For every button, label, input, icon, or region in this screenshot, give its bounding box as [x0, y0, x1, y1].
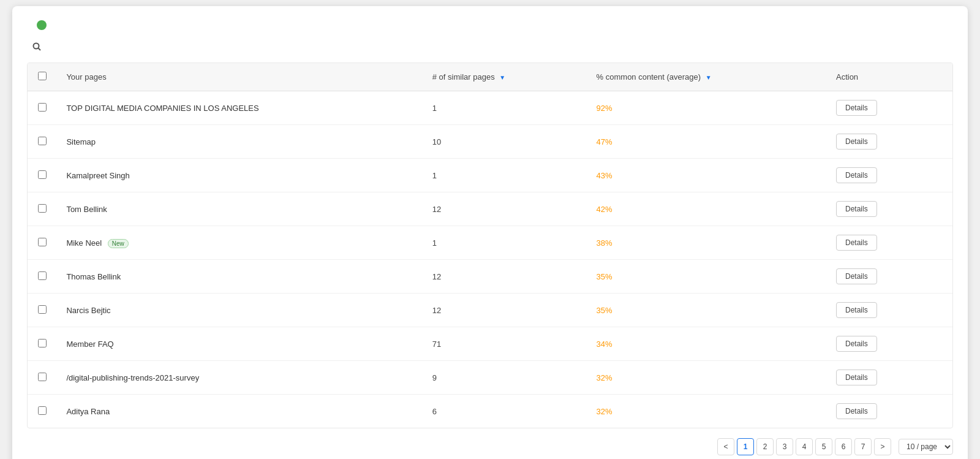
row-similar-count: 12: [423, 260, 587, 294]
details-button[interactable]: Details: [836, 336, 877, 352]
details-button[interactable]: Details: [836, 302, 877, 318]
page-btn-7[interactable]: 7: [854, 438, 872, 455]
next-page-button[interactable]: >: [874, 438, 891, 455]
row-similar-count: 6: [423, 395, 587, 428]
row-page-name: Kamalpreet Singh: [56, 159, 422, 192]
page-btn-1[interactable]: 1: [737, 438, 754, 455]
sort-arrow-common: ▼: [706, 74, 712, 81]
row-checkbox-cell: [28, 125, 56, 159]
row-page-name: /digital-publishing-trends-2021-survey: [56, 361, 422, 395]
page-btn-3[interactable]: 3: [776, 438, 793, 455]
svg-point-0: [34, 44, 39, 49]
main-window: Your pages # of similar pages ▼ % common…: [12, 6, 968, 459]
details-button[interactable]: Details: [836, 403, 877, 419]
row-page-name: Mike Neel New: [56, 226, 422, 260]
svg-line-1: [39, 48, 41, 51]
status-badge: [37, 20, 47, 30]
row-common-pct: 42%: [587, 192, 826, 226]
row-action-cell: Details: [826, 91, 952, 125]
row-action-cell: Details: [826, 125, 952, 159]
row-checkbox-6[interactable]: [38, 305, 47, 314]
col-common-content[interactable]: % common content (average) ▼: [587, 63, 826, 91]
row-similar-count: 9: [423, 361, 587, 395]
table-row: Sitemap 10 47% Details: [28, 125, 952, 159]
table-row: Narcis Bejtic 12 35% Details: [28, 294, 952, 327]
search-icon: [32, 42, 42, 51]
header: [27, 18, 953, 31]
row-common-pct: 35%: [587, 260, 826, 294]
row-checkbox-8[interactable]: [38, 373, 47, 381]
row-common-pct: 92%: [587, 91, 826, 125]
row-page-name: Narcis Bejtic: [56, 294, 422, 327]
select-all-checkbox[interactable]: [38, 72, 47, 80]
row-checkbox-2[interactable]: [38, 170, 47, 179]
details-button[interactable]: Details: [836, 370, 877, 385]
row-checkbox-4[interactable]: [38, 238, 47, 246]
details-button[interactable]: Details: [836, 201, 877, 217]
details-button[interactable]: Details: [836, 100, 877, 116]
row-checkbox-3[interactable]: [38, 204, 47, 213]
row-common-pct: 35%: [587, 294, 826, 327]
new-badge: New: [108, 239, 129, 248]
col-your-pages: Your pages: [56, 63, 422, 91]
row-similar-count: 71: [423, 327, 587, 361]
table-row: Aditya Rana 6 32% Details: [28, 395, 952, 428]
pagination: < 1 2 3 4 5 6 7 > 10 / page 25 / page 50…: [27, 438, 953, 455]
row-checkbox-0[interactable]: [38, 103, 47, 112]
row-checkbox-5[interactable]: [38, 271, 47, 280]
row-checkbox-cell: [28, 192, 56, 226]
row-checkbox-cell: [28, 294, 56, 327]
table-row: Kamalpreet Singh 1 43% Details: [28, 159, 952, 192]
page-btn-5[interactable]: 5: [815, 438, 832, 455]
row-action-cell: Details: [826, 395, 952, 428]
details-button[interactable]: Details: [836, 167, 877, 183]
row-checkbox-9[interactable]: [38, 406, 47, 415]
col-action: Action: [826, 63, 952, 91]
row-similar-count: 10: [423, 125, 587, 159]
row-checkbox-7[interactable]: [38, 339, 47, 347]
table-header-row: Your pages # of similar pages ▼ % common…: [28, 63, 952, 91]
row-common-pct: 34%: [587, 327, 826, 361]
row-page-name: Sitemap: [56, 125, 422, 159]
row-checkbox-cell: [28, 159, 56, 192]
page-btn-4[interactable]: 4: [796, 438, 813, 455]
sort-arrow-similar: ▼: [499, 74, 505, 81]
row-common-pct: 32%: [587, 361, 826, 395]
row-common-pct: 32%: [587, 395, 826, 428]
col-similar-pages[interactable]: # of similar pages ▼: [423, 63, 587, 91]
prev-page-button[interactable]: <: [717, 438, 734, 455]
page-size-select[interactable]: 10 / page 25 / page 50 / page: [899, 439, 953, 455]
row-checkbox-cell: [28, 260, 56, 294]
search-bar[interactable]: [27, 42, 953, 51]
row-checkbox-cell: [28, 91, 56, 125]
row-action-cell: Details: [826, 361, 952, 395]
row-checkbox-cell: [28, 327, 56, 361]
row-similar-count: 12: [423, 192, 587, 226]
details-button[interactable]: Details: [836, 268, 877, 284]
row-checkbox-cell: [28, 226, 56, 260]
details-button[interactable]: Details: [836, 134, 877, 150]
page-btn-6[interactable]: 6: [835, 438, 852, 455]
table-row: /digital-publishing-trends-2021-survey 9…: [28, 361, 952, 395]
row-similar-count: 1: [423, 226, 587, 260]
row-similar-count: 1: [423, 91, 587, 125]
row-similar-count: 1: [423, 159, 587, 192]
row-checkbox-1[interactable]: [38, 137, 47, 145]
details-button[interactable]: Details: [836, 235, 877, 251]
row-similar-count: 12: [423, 294, 587, 327]
row-page-name: Thomas Bellink: [56, 260, 422, 294]
row-action-cell: Details: [826, 159, 952, 192]
row-action-cell: Details: [826, 327, 952, 361]
row-common-pct: 38%: [587, 226, 826, 260]
row-common-pct: 47%: [587, 125, 826, 159]
row-page-name: Aditya Rana: [56, 395, 422, 428]
row-checkbox-cell: [28, 361, 56, 395]
table-row: TOP DIGITAL MEDIA COMPANIES IN LOS ANGEL…: [28, 91, 952, 125]
table-row: Member FAQ 71 34% Details: [28, 327, 952, 361]
row-checkbox-cell: [28, 395, 56, 428]
select-all-checkbox-col: [28, 63, 56, 91]
page-btn-2[interactable]: 2: [756, 438, 774, 455]
pages-table: Your pages # of similar pages ▼ % common…: [27, 63, 953, 428]
row-action-cell: Details: [826, 226, 952, 260]
row-common-pct: 43%: [587, 159, 826, 192]
